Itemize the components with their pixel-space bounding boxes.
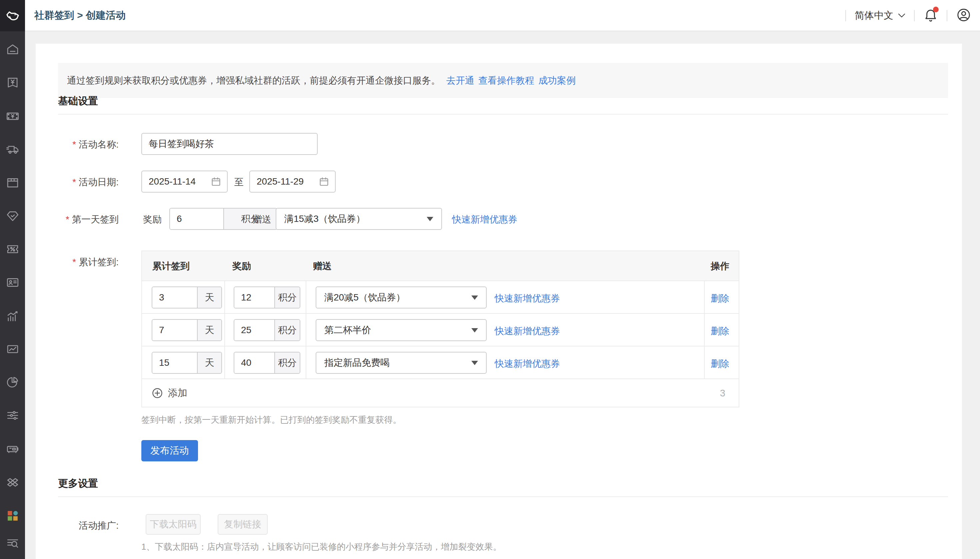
circle-plus-icon <box>151 387 163 399</box>
quick-add-coupon-link[interactable]: 快速新增优惠券 <box>452 213 517 226</box>
days-field: 天 <box>152 319 222 341</box>
table-row: 天 积分 指定新品免费喝 快速新增优惠券 删除 <box>142 346 739 379</box>
date-start-value: 2025-11-14 <box>149 176 211 187</box>
language-selector[interactable]: 简体中文 <box>855 9 905 22</box>
col-header-reward: 奖励 <box>232 260 251 273</box>
col-header-action: 操作 <box>711 260 729 273</box>
sidebar-item-reports[interactable] <box>0 342 25 356</box>
col-header-gift: 赠送 <box>313 260 332 273</box>
voucher-yen-icon <box>6 76 20 89</box>
col-header-days: 累计签到 <box>153 260 190 273</box>
reward-label: 奖励 <box>143 213 162 226</box>
sidebar-item-statistics[interactable] <box>0 374 25 389</box>
sidebar-item-coupons[interactable] <box>0 242 25 256</box>
add-row-label: 添加 <box>168 387 187 400</box>
quick-add-coupon-link[interactable]: 快速新增优惠券 <box>495 325 560 337</box>
topbar: 社群签到 > 创建活动 简体中文 <box>25 0 980 31</box>
app-logo[interactable] <box>0 0 25 31</box>
table-row: 天 积分 满20减5（饮品券） 快速新增优惠券 删除 <box>142 281 739 313</box>
user-avatar-icon <box>956 7 971 23</box>
days-input[interactable] <box>153 352 197 373</box>
notifications-button[interactable] <box>923 7 938 24</box>
activity-name-input[interactable] <box>141 133 318 155</box>
points-input[interactable] <box>234 287 274 308</box>
copy-link-button[interactable]: 复制链接 <box>218 514 268 535</box>
delete-row-link[interactable]: 删除 <box>711 325 729 337</box>
notification-badge <box>933 7 939 12</box>
delivery-truck-icon <box>6 142 20 156</box>
publish-button[interactable]: 发布活动 <box>141 440 198 461</box>
points-unit-suffix: 积分 <box>274 320 300 341</box>
gift-select[interactable]: 指定新品免费喝 <box>316 352 487 374</box>
sidebar-item-apps[interactable] <box>0 508 25 523</box>
gift-select[interactable]: 第二杯半价 <box>316 319 487 341</box>
gem-icon <box>6 209 20 223</box>
sidebar-item-orders[interactable] <box>0 175 25 190</box>
points-unit-suffix: 积分 <box>274 287 300 308</box>
panther-logo-icon <box>5 8 21 24</box>
banknote-icon <box>6 109 20 123</box>
tutorial-link[interactable]: 查看操作教程 <box>478 74 534 87</box>
quick-add-coupon-link[interactable]: 快速新增优惠券 <box>495 292 560 305</box>
points-field: 积分 <box>234 352 300 374</box>
row-count: 3 <box>720 388 725 399</box>
gift-select[interactable]: 满20减5（饮品券） <box>316 286 487 308</box>
add-row-button[interactable]: 添加 <box>151 387 187 400</box>
id-card-icon <box>6 276 20 289</box>
days-input[interactable] <box>153 320 197 341</box>
sidebar-item-analytics[interactable] <box>0 309 25 324</box>
sliders-icon <box>6 408 20 422</box>
package-icon <box>6 175 20 190</box>
sidebar-item-delivery[interactable] <box>0 142 25 157</box>
download-suncode-button[interactable]: 下载太阳码 <box>146 514 201 535</box>
promo-label: 活动推广: <box>36 519 119 532</box>
gift-select-value: 第二杯半价 <box>324 324 471 336</box>
sidebar-item-membership[interactable] <box>0 209 25 223</box>
date-end-picker[interactable]: 2025-11-29 <box>249 170 336 193</box>
account-button[interactable] <box>956 7 971 24</box>
first-day-coupon-select[interactable]: 满15减3（饮品券） <box>276 208 442 230</box>
photo-report-icon <box>6 342 20 356</box>
date-start-picker[interactable]: 2025-11-14 <box>141 170 228 193</box>
crossed-tools-icon <box>6 475 20 490</box>
analytics-icon <box>6 309 20 323</box>
cumulative-label: 累计签到: <box>36 256 119 268</box>
delete-row-link[interactable]: 删除 <box>711 292 729 305</box>
pie-chart-icon <box>6 375 20 389</box>
select-caret-icon <box>471 361 478 365</box>
sidebar-item-voucher[interactable] <box>0 75 25 90</box>
sidebar-item-home[interactable] <box>0 42 25 57</box>
points-input[interactable] <box>234 352 274 373</box>
gift-select-value: 指定新品免费喝 <box>324 356 471 369</box>
table-header: 累计签到 奖励 赠送 操作 <box>142 251 739 281</box>
open-service-link[interactable]: 去开通 <box>446 74 474 87</box>
sidebar-item-tools[interactable] <box>0 475 25 490</box>
days-field: 天 <box>152 352 222 374</box>
quick-add-coupon-link[interactable]: 快速新增优惠券 <box>495 357 560 370</box>
basic-settings-title: 基础设置 <box>58 94 98 108</box>
card-reader-icon <box>6 442 20 456</box>
calendar-icon <box>318 176 330 187</box>
gift-label: 赠送 <box>253 213 271 226</box>
language-label: 简体中文 <box>855 9 893 22</box>
delete-row-link[interactable]: 删除 <box>711 357 729 370</box>
success-cases-link[interactable]: 成功案例 <box>538 74 575 87</box>
first-day-points-input[interactable] <box>170 208 223 229</box>
days-unit-suffix: 天 <box>197 287 221 308</box>
days-unit-suffix: 天 <box>197 352 221 373</box>
sidebar-item-cash[interactable] <box>0 109 25 124</box>
activity-name-label: 活动名称: <box>36 138 119 151</box>
days-input[interactable] <box>153 287 197 308</box>
sidebar <box>0 0 25 559</box>
first-day-label: 第一天签到 <box>36 213 119 226</box>
home-icon <box>6 42 20 56</box>
activity-date-label: 活动日期: <box>36 176 119 189</box>
sidebar-item-customers[interactable] <box>0 275 25 290</box>
points-input[interactable] <box>234 320 274 341</box>
search-list-icon <box>6 536 20 550</box>
sidebar-item-settings[interactable] <box>0 408 25 423</box>
sidebar-item-devices[interactable] <box>0 442 25 456</box>
topbar-divider <box>845 10 846 22</box>
content-card: 通过签到规则来获取积分或优惠券，增强私域社群的活跃，前提必须有开通企微接口服务。… <box>36 44 962 559</box>
sidebar-item-search-logs[interactable] <box>0 536 25 551</box>
